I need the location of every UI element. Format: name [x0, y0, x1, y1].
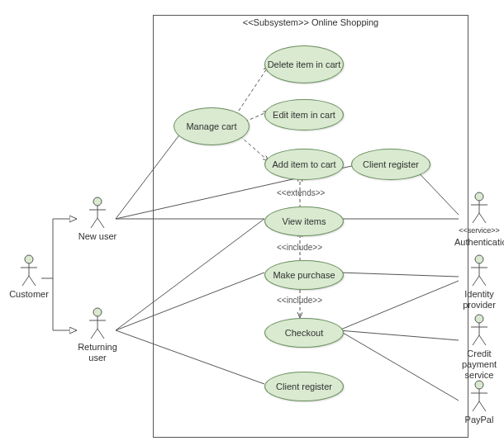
- actor-credit-payment[interactable]: Credit payment service: [454, 314, 504, 382]
- actor-stereotype: <<service>>: [454, 226, 504, 235]
- uc-manage-cart[interactable]: Manage cart: [174, 107, 250, 145]
- svg-line-41: [479, 213, 486, 223]
- uc-delete-item[interactable]: Delete item in cart: [264, 45, 344, 83]
- actor-label: Credit payment service: [454, 349, 504, 382]
- svg-line-31: [97, 218, 104, 228]
- diagram-canvas: <<Subsystem>> Online Shopping Customer N…: [0, 0, 504, 441]
- actor-label: Customer: [8, 289, 50, 300]
- label-include: <<include>>: [277, 243, 322, 252]
- svg-line-36: [97, 329, 104, 339]
- svg-line-35: [91, 329, 97, 339]
- uc-checkout[interactable]: Checkout: [264, 318, 344, 348]
- stick-figure-icon: [18, 254, 40, 287]
- actor-identity-provider[interactable]: Identity provider: [454, 254, 504, 311]
- svg-line-26: [29, 276, 36, 286]
- actor-paypal[interactable]: PayPal: [454, 380, 504, 425]
- svg-line-55: [473, 401, 479, 411]
- stick-figure-icon: [468, 314, 490, 347]
- uc-view-items[interactable]: View items: [264, 206, 344, 236]
- svg-point-52: [475, 381, 483, 389]
- stick-figure-icon: [87, 197, 108, 230]
- stick-figure-icon: [468, 380, 490, 413]
- stick-figure-icon: [468, 254, 490, 287]
- actor-customer[interactable]: Customer: [8, 254, 50, 300]
- actor-label: Returning user: [77, 342, 118, 363]
- svg-line-45: [473, 276, 479, 286]
- system-title: <<Subsystem>> Online Shopping: [154, 16, 468, 29]
- actor-returning-user[interactable]: Returning user: [77, 307, 118, 363]
- svg-point-37: [475, 192, 483, 201]
- actor-label: Authentication: [454, 237, 504, 248]
- svg-point-42: [475, 255, 483, 263]
- uc-make-purchase[interactable]: Make purchase: [264, 260, 344, 290]
- uc-add-item[interactable]: Add item to cart: [264, 149, 344, 180]
- svg-point-22: [25, 255, 33, 263]
- actor-label: Identity provider: [454, 289, 504, 311]
- actor-label: New user: [77, 231, 118, 242]
- svg-line-51: [479, 335, 486, 345]
- svg-point-27: [93, 197, 102, 206]
- actor-authentication[interactable]: <<service>> Authentication: [454, 192, 504, 248]
- stick-figure-icon: [468, 192, 490, 225]
- uc-edit-item[interactable]: Edit item in cart: [264, 99, 344, 130]
- svg-line-46: [479, 276, 486, 286]
- svg-point-32: [93, 308, 102, 316]
- label-include: <<include>>: [277, 296, 322, 305]
- svg-line-40: [473, 213, 479, 223]
- svg-line-56: [479, 401, 486, 411]
- svg-line-50: [473, 335, 479, 345]
- svg-line-25: [22, 276, 29, 286]
- actor-label: PayPal: [454, 415, 504, 425]
- label-extends: <<extends>>: [277, 188, 325, 197]
- actor-new-user[interactable]: New user: [77, 197, 118, 242]
- svg-point-47: [475, 315, 483, 323]
- stick-figure-icon: [87, 307, 108, 340]
- uc-client-register-1[interactable]: Client register: [351, 149, 430, 180]
- svg-line-30: [91, 218, 97, 228]
- uc-client-register-2[interactable]: Client register: [264, 372, 344, 401]
